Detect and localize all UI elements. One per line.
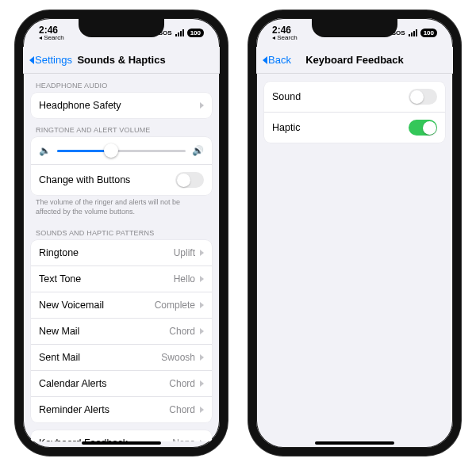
- group-patterns: RingtoneUplift Text ToneHello New Voicem…: [31, 240, 212, 422]
- row-new-voicemail[interactable]: New VoicemailComplete: [31, 292, 212, 318]
- back-button[interactable]: Back: [263, 54, 291, 66]
- group-headphone-audio: Headphone Safety: [31, 93, 212, 118]
- signal-icon: [409, 29, 417, 36]
- toggle-change-with-buttons[interactable]: [175, 172, 204, 188]
- settings-scroll[interactable]: HEADPHONE AUDIO Headphone Safety RINGTON…: [23, 74, 220, 441]
- row-change-with-buttons[interactable]: Change with Buttons: [31, 164, 212, 195]
- row-new-mail[interactable]: New MailChord: [31, 318, 212, 344]
- chevron-right-icon: [200, 102, 204, 109]
- row-sent-mail[interactable]: Sent MailSwoosh: [31, 344, 212, 370]
- back-label: Back: [268, 54, 291, 66]
- group-keyboard-feedback: Sound Haptic: [264, 82, 445, 143]
- chevron-right-icon: [200, 380, 204, 387]
- breadcrumb-search[interactable]: ◂ Search: [272, 34, 298, 41]
- chevron-right-icon: [200, 276, 204, 282]
- battery-icon: 100: [187, 29, 204, 37]
- row-calendar-alerts[interactable]: Calendar AlertsChord: [31, 370, 212, 396]
- row-keyboard-feedback[interactable]: Keyboard Feedback None: [31, 430, 212, 441]
- row-headphone-safety[interactable]: Headphone Safety: [31, 93, 212, 118]
- row-volume-slider[interactable]: 🔈 🔊: [31, 137, 212, 164]
- section-header-headphone-audio: HEADPHONE AUDIO: [31, 74, 212, 93]
- back-label: Settings: [35, 54, 72, 66]
- signal-icon: [175, 29, 184, 36]
- phone-right: 2:46 ◂ Search SOS 100 Back Keyboard Feed…: [248, 10, 461, 456]
- home-indicator[interactable]: [315, 441, 394, 445]
- nav-bar: Back Keyboard Feedback: [256, 47, 453, 74]
- group-keyboard: Keyboard Feedback None Lock Sound: [31, 430, 212, 441]
- section-header-ringtone-volume: RINGTONE AND ALERT VOLUME: [31, 118, 212, 137]
- phone-left: 2:46 ◂ Search SOS 100 Settings Sounds & …: [15, 10, 228, 456]
- group-ringtone-volume: 🔈 🔊 Change with Buttons: [31, 137, 212, 195]
- volume-slider[interactable]: [57, 150, 186, 152]
- row-text-tone[interactable]: Text ToneHello: [31, 265, 212, 292]
- volume-low-icon: 🔈: [39, 145, 51, 156]
- chevron-right-icon: [200, 302, 204, 308]
- notch: [79, 18, 164, 37]
- row-sound[interactable]: Sound: [264, 82, 445, 112]
- breadcrumb-search[interactable]: ◂ Search: [39, 34, 64, 41]
- page-title: Sounds & Haptics: [77, 54, 165, 66]
- toggle-haptic[interactable]: [409, 120, 437, 136]
- row-ringtone[interactable]: RingtoneUplift: [31, 240, 212, 265]
- home-indicator[interactable]: [82, 441, 161, 445]
- chevron-right-icon: [200, 407, 204, 413]
- row-haptic[interactable]: Haptic: [264, 112, 445, 143]
- battery-icon: 100: [420, 29, 437, 37]
- volume-high-icon: 🔊: [192, 145, 204, 156]
- chevron-right-icon: [200, 354, 204, 361]
- toggle-sound[interactable]: [409, 89, 437, 105]
- chevron-left-icon: [263, 56, 267, 64]
- notch: [312, 18, 397, 37]
- chevron-right-icon: [200, 440, 204, 441]
- chevron-right-icon: [200, 328, 204, 334]
- nav-bar: Settings Sounds & Haptics: [23, 47, 220, 74]
- section-footer-ringtone-volume: The volume of the ringer and alerts will…: [31, 195, 212, 221]
- chevron-left-icon: [29, 56, 34, 64]
- back-button[interactable]: Settings: [29, 54, 72, 66]
- section-header-patterns: SOUNDS AND HAPTIC PATTERNS: [31, 221, 212, 240]
- settings-scroll[interactable]: Sound Haptic: [256, 74, 453, 441]
- page-title: Keyboard Feedback: [305, 54, 404, 66]
- row-reminder-alerts[interactable]: Reminder AlertsChord: [31, 396, 212, 422]
- chevron-right-icon: [200, 250, 204, 256]
